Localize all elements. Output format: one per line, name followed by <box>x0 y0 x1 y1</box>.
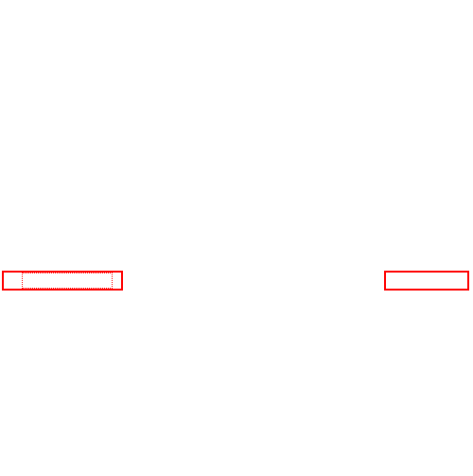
selection-dotted <box>23 273 112 288</box>
highlight-windows7-gho <box>2 271 123 291</box>
highlight-ghost-type <box>384 271 469 291</box>
